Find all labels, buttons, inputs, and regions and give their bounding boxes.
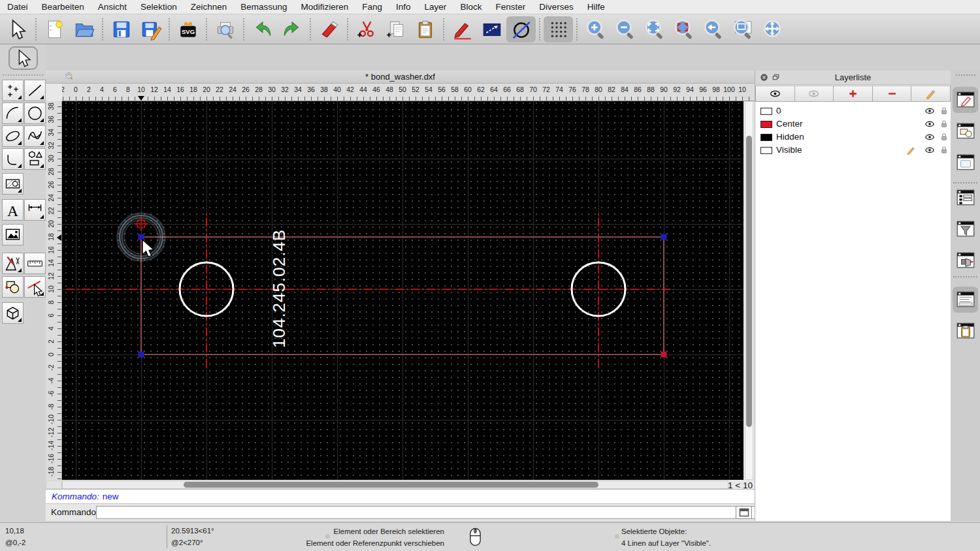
left-button-hint: Element oder Bereich selektieren [251, 526, 444, 537]
hatch-tool-button[interactable] [2, 173, 24, 195]
menu-selektion[interactable]: Selektion [140, 2, 177, 12]
print-preview-button[interactable] [210, 16, 240, 42]
menu-modifizieren[interactable]: Modifizieren [301, 2, 349, 12]
eye-none-button[interactable] [795, 86, 834, 102]
points-tool-button[interactable] [2, 80, 24, 101]
layer-row-center[interactable]: Center [755, 118, 951, 131]
spline-tool-button[interactable] [24, 125, 46, 147]
command-input[interactable] [96, 506, 782, 519]
layer-row-hidden[interactable]: Hidden [755, 131, 951, 144]
select-pointer-button[interactable] [8, 46, 38, 70]
eye-all-button[interactable] [755, 86, 795, 102]
zoom-pan-button[interactable] [757, 16, 787, 42]
modify-tool-button[interactable] [2, 253, 24, 274]
measure-tool-button[interactable] [24, 253, 46, 274]
dock-handle[interactable] [956, 74, 975, 76]
ellipse-tool-button[interactable] [2, 125, 24, 147]
ruler-label: 12 [47, 272, 55, 281]
delete-button[interactable] [314, 16, 344, 42]
dock-pen-toggle[interactable] [953, 87, 978, 113]
order-tool-button[interactable] [2, 276, 24, 298]
cube-tool-button[interactable] [2, 302, 24, 324]
polygon-tool-button[interactable] [24, 148, 46, 170]
drawing-canvas[interactable]: 104.245.02.4B [62, 101, 743, 480]
zoom-previous-icon [702, 18, 725, 40]
dock-filter-toggle[interactable] [953, 216, 978, 242]
paste-button[interactable] [410, 16, 440, 42]
copy-button[interactable] [381, 16, 410, 42]
selection-handle [661, 352, 667, 358]
layer-visibility-icon[interactable] [924, 145, 935, 158]
layer-lock-icon[interactable] [939, 145, 949, 158]
draft-mode-button[interactable] [506, 16, 536, 42]
dock-list-toggle[interactable] [953, 185, 978, 211]
zoom-window-button[interactable] [728, 16, 757, 42]
open-file-button[interactable] [69, 16, 99, 42]
dock-clipboard-toggle[interactable] [953, 318, 978, 344]
select-line-tool-button[interactable] [24, 276, 46, 298]
menu-block[interactable]: Block [460, 2, 482, 12]
zoom-auto-button[interactable] [640, 16, 669, 42]
layer-add-button[interactable] [834, 86, 873, 102]
ruler-label: 6 [47, 311, 55, 320]
menu-ansicht[interactable]: Ansicht [98, 2, 127, 12]
redo-button[interactable] [277, 16, 306, 42]
zoom-previous-button[interactable] [698, 16, 728, 42]
menu-datei[interactable]: Datei [7, 2, 28, 12]
layer-visibility-icon[interactable] [924, 119, 935, 132]
polyline-tool-button[interactable] [2, 148, 24, 170]
image-tool-button[interactable] [2, 224, 24, 245]
menu-bearbeiten[interactable]: Bearbeiten [42, 2, 84, 12]
vertical-scrollbar[interactable] [745, 101, 753, 480]
menu-fang[interactable]: Fang [362, 2, 382, 12]
horizontal-scrollbar[interactable] [62, 480, 728, 489]
undo-button[interactable] [248, 16, 277, 42]
text-tool-button[interactable]: A [2, 199, 24, 221]
zoom-out-button[interactable] [610, 16, 640, 42]
layer-row-visible[interactable]: Visible [755, 144, 951, 157]
menu-layer[interactable]: Layer [425, 2, 447, 12]
layer-lock-icon[interactable] [939, 106, 949, 119]
menu-diverses[interactable]: Diverses [539, 2, 574, 12]
dock-pen-palette-toggle[interactable] [953, 247, 978, 274]
horizontal-scrollbar-thumb[interactable] [184, 482, 598, 488]
pen-edit-button[interactable] [448, 16, 477, 42]
layer-visibility-icon[interactable] [924, 106, 935, 119]
layer-visibility-icon[interactable] [924, 132, 935, 145]
document-titlebar[interactable]: * bond_washer.dxf [46, 71, 755, 84]
layer-lock-icon[interactable] [939, 119, 949, 132]
ruler-label: 34 [47, 128, 55, 137]
command-window-button[interactable] [736, 506, 752, 519]
zoom-out-icon [614, 18, 636, 40]
menu-bemassung[interactable]: Bemassung [240, 2, 287, 12]
grid-button[interactable] [544, 16, 573, 42]
menu-info[interactable]: Info [396, 2, 411, 12]
layer-remove-button[interactable] [873, 86, 912, 102]
layer-edit-button[interactable] [911, 86, 951, 102]
ruler-label: 36 [47, 115, 55, 124]
pointer-button[interactable] [3, 16, 32, 42]
dock-library-toggle[interactable] [953, 150, 978, 176]
circle-tool-button[interactable] [24, 102, 46, 124]
dock-command-toggle[interactable] [953, 287, 978, 313]
copy-icon [385, 18, 407, 40]
arc-tool-button[interactable] [2, 102, 24, 124]
zoom-redraw-button[interactable] [669, 16, 698, 42]
zoom-in-button[interactable] [581, 16, 610, 42]
cut-button[interactable] [351, 16, 381, 42]
menu-hilfe[interactable]: Hilfe [587, 2, 605, 12]
menu-fenster[interactable]: Fenster [495, 2, 525, 12]
svg-export-button[interactable]: SVG [173, 16, 203, 42]
ruler-label: -2 [47, 363, 55, 372]
menu-zeichnen[interactable]: Zeichnen [191, 2, 227, 12]
dock-blocks-toggle[interactable] [953, 118, 978, 144]
line-tool-button[interactable] [24, 80, 46, 101]
selection-window-button[interactable] [477, 16, 506, 42]
save-button[interactable] [106, 16, 136, 42]
layer-lock-icon[interactable] [939, 132, 949, 145]
layer-row-0[interactable]: 0 [755, 104, 951, 118]
new-file-button[interactable] [40, 16, 69, 42]
save-as-button[interactable] [136, 16, 165, 42]
vertical-scrollbar-thumb[interactable] [746, 136, 752, 427]
dimension-tool-button[interactable] [24, 199, 46, 221]
